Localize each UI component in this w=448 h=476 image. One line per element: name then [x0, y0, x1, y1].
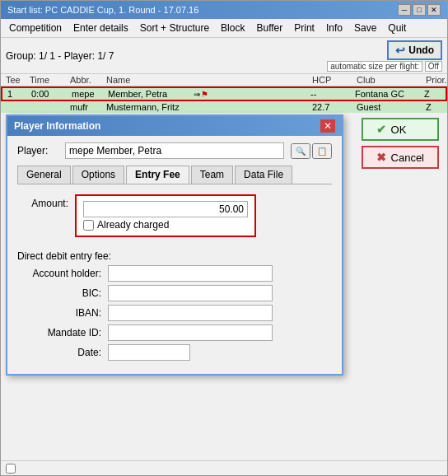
- row1-tee: 1: [7, 89, 28, 99]
- amount-row: Amount: Already charged: [17, 194, 332, 244]
- row2-name: Mustermann, Fritz: [106, 102, 189, 112]
- tab-bar: General Options Entry Fee Team Data File: [17, 166, 332, 184]
- arrow-icon: ⇒: [194, 90, 200, 99]
- amount-box: Already charged: [75, 194, 256, 237]
- close-button[interactable]: ✕: [427, 4, 441, 16]
- bic-input[interactable]: [108, 285, 273, 301]
- col-name: Name: [106, 75, 189, 85]
- toolbar: Group: 1/ 1 - Player: 1/ 7 ↩ Undo automa…: [1, 38, 447, 74]
- undo-area: ↩ Undo automatic size per flight: Off: [327, 40, 442, 71]
- account-holder-row: Account holder:: [17, 265, 332, 282]
- menu-save[interactable]: Save: [349, 21, 381, 35]
- action-buttons: ✔ OK ✖ Cancel: [362, 118, 439, 169]
- group-info: Group: 1/ 1 - Player: 1/ 7: [6, 50, 114, 62]
- maximize-button[interactable]: □: [413, 4, 426, 16]
- main-content: Player Information ✕ Player: 🔍 📋 General: [1, 113, 447, 460]
- already-charged-label: Already charged: [97, 219, 169, 231]
- dialog-body: Player: 🔍 📋 General Options: [7, 136, 342, 374]
- minimize-button[interactable]: ─: [398, 4, 411, 16]
- undo-icon: ↩: [395, 44, 405, 57]
- cancel-button[interactable]: ✖ Cancel: [362, 146, 439, 169]
- amount-label: Amount:: [17, 194, 75, 209]
- direct-debit-label: Direct debit entry fee:: [17, 250, 332, 262]
- player-info-dialog: Player Information ✕ Player: 🔍 📋 General: [6, 114, 343, 376]
- row1-time: 0:00: [31, 89, 68, 99]
- player-row: Player: 🔍 📋: [17, 142, 332, 159]
- status-bar: [1, 460, 447, 475]
- autosize-info: automatic size per flight: Off: [327, 62, 442, 71]
- date-label: Date:: [17, 347, 108, 358]
- window-controls: ─ □ ✕: [398, 4, 441, 16]
- account-holder-input[interactable]: [108, 265, 273, 282]
- tab-options[interactable]: Options: [72, 166, 124, 184]
- tab-entry-fee[interactable]: Entry Fee: [126, 166, 189, 184]
- mandate-id-row: Mandate ID:: [17, 324, 332, 341]
- menu-sort-structure[interactable]: Sort + Structure: [135, 21, 214, 35]
- already-charged-checkbox[interactable]: [83, 220, 94, 231]
- row2-prior: Z: [426, 102, 442, 112]
- col-tee: Tee: [6, 75, 26, 85]
- col-abbr: Abbr.: [70, 75, 103, 85]
- bic-row: BIC:: [17, 285, 332, 301]
- autosize-label: automatic size per flight:: [327, 61, 422, 72]
- player-input[interactable]: [65, 142, 284, 159]
- iban-input[interactable]: [108, 305, 273, 321]
- date-input[interactable]: [108, 344, 190, 361]
- title-bar: Start list: PC CADDIE Cup, 1. Round - 17…: [1, 1, 447, 19]
- dialog-title-text: Player Information: [14, 120, 100, 132]
- menu-buffer[interactable]: Buffer: [251, 21, 287, 35]
- col-time: Time: [30, 75, 67, 85]
- menu-quit[interactable]: Quit: [383, 21, 411, 35]
- date-row: Date:: [17, 344, 332, 361]
- window-title: Start list: PC CADDIE Cup, 1. Round - 17…: [7, 5, 198, 15]
- row1-club: Fontana GC: [355, 89, 421, 99]
- entry-fee-section: Amount: Already charged Direct debit ent…: [17, 191, 332, 367]
- player-action-icons: 🔍 📋: [291, 143, 332, 159]
- amount-input[interactable]: [83, 201, 248, 217]
- menu-competition[interactable]: Competition: [4, 21, 67, 35]
- table-header: Tee Time Abbr. Name HCP Club Prior.: [1, 74, 447, 86]
- debit-section: Direct debit entry fee: Account holder: …: [17, 250, 332, 361]
- status-checkbox[interactable]: [6, 464, 16, 474]
- cancel-x-icon: ✖: [376, 151, 386, 164]
- row1-hcp: --: [310, 89, 352, 99]
- menu-block[interactable]: Block: [216, 21, 250, 35]
- player-search-button[interactable]: 🔍: [291, 143, 310, 159]
- menu-bar: Competition Enter details Sort + Structu…: [1, 19, 447, 38]
- menu-print[interactable]: Print: [289, 21, 320, 35]
- player-list-button[interactable]: 📋: [312, 143, 332, 159]
- mandate-id-input[interactable]: [108, 324, 273, 341]
- dialog-close-button[interactable]: ✕: [320, 119, 335, 133]
- mandate-id-label: Mandate ID:: [17, 327, 108, 338]
- cancel-label: Cancel: [391, 152, 424, 164]
- autosize-value: Off: [425, 61, 442, 72]
- undo-label: Undo: [408, 44, 434, 56]
- ok-button[interactable]: ✔ OK: [362, 118, 439, 141]
- flag-icon: ⚑: [201, 90, 208, 99]
- row2-club: Guest: [357, 102, 422, 112]
- row1-name: Member, Petra: [108, 89, 190, 99]
- tab-general[interactable]: General: [17, 166, 71, 184]
- tab-data-file[interactable]: Data File: [235, 166, 292, 184]
- already-charged-row: Already charged: [83, 219, 248, 231]
- menu-info[interactable]: Info: [321, 21, 348, 35]
- undo-button[interactable]: ↩ Undo: [387, 40, 442, 60]
- ok-label: OK: [391, 124, 407, 136]
- tab-team[interactable]: Team: [191, 166, 233, 184]
- row2-abbr: mufr: [70, 102, 103, 112]
- account-holder-label: Account holder:: [17, 268, 108, 279]
- row1-abbr: mepe: [72, 89, 105, 99]
- main-window: Start list: PC CADDIE Cup, 1. Round - 17…: [0, 0, 448, 476]
- table-row[interactable]: 1 0:00 mepe Member, Petra ⇒ ⚑ -- Fontana…: [1, 86, 447, 101]
- row1-icons: ⇒ ⚑: [194, 90, 307, 99]
- iban-row: IBAN:: [17, 305, 332, 321]
- col-prior: Prior.: [426, 75, 442, 85]
- bic-label: BIC:: [17, 287, 108, 299]
- menu-enter-details[interactable]: Enter details: [68, 21, 133, 35]
- col-empty: [192, 75, 309, 85]
- ok-check-icon: ✔: [376, 123, 386, 136]
- table-row[interactable]: mufr Mustermann, Fritz 22.7 Guest Z: [1, 101, 447, 113]
- row2-hcp: 22.7: [312, 102, 353, 112]
- dialog-title-bar: Player Information ✕: [7, 116, 342, 136]
- player-label: Player:: [17, 145, 58, 156]
